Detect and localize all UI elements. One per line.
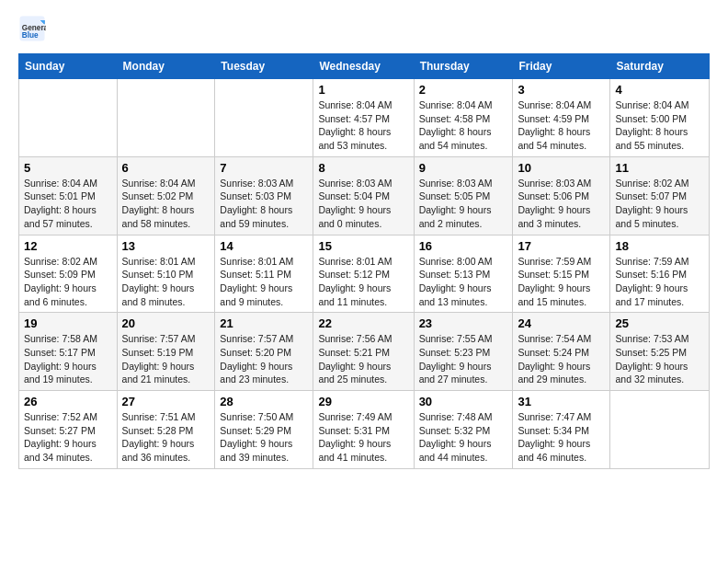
day-info: Sunrise: 7:51 AM Sunset: 5:28 PM Dayligh… (122, 410, 210, 465)
day-number: 26 (24, 395, 112, 408)
day-info: Sunrise: 7:56 AM Sunset: 5:21 PM Dayligh… (318, 332, 408, 386)
day-number: 9 (419, 161, 508, 175)
day-info: Sunrise: 8:01 AM Sunset: 5:12 PM Dayligh… (318, 255, 408, 309)
calendar-week-3: 12Sunrise: 8:02 AM Sunset: 5:09 PM Dayli… (19, 235, 710, 313)
day-number: 28 (220, 395, 308, 408)
calendar-cell (117, 79, 215, 157)
calendar-cell: 2Sunrise: 8:04 AM Sunset: 4:58 PM Daylig… (414, 79, 513, 157)
calendar-cell: 29Sunrise: 7:49 AM Sunset: 5:31 PM Dayli… (313, 391, 414, 469)
day-header-monday: Monday (117, 54, 215, 79)
day-number: 12 (24, 239, 112, 253)
page: General Blue SundayMondayTuesdayWednesda… (0, 0, 728, 484)
calendar-cell: 8Sunrise: 8:03 AM Sunset: 5:04 PM Daylig… (313, 156, 414, 235)
calendar-cell: 9Sunrise: 8:03 AM Sunset: 5:05 PM Daylig… (414, 156, 513, 235)
calendar-cell: 6Sunrise: 8:04 AM Sunset: 5:02 PM Daylig… (117, 156, 215, 235)
calendar-cell: 10Sunrise: 8:03 AM Sunset: 5:06 PM Dayli… (513, 156, 610, 235)
day-number: 16 (419, 239, 508, 253)
calendar-week-5: 26Sunrise: 7:52 AM Sunset: 5:27 PM Dayli… (19, 391, 710, 469)
calendar-cell: 18Sunrise: 7:59 AM Sunset: 5:16 PM Dayli… (610, 235, 710, 313)
day-info: Sunrise: 8:04 AM Sunset: 4:57 PM Dayligh… (318, 98, 408, 153)
day-header-thursday: Thursday (414, 54, 513, 79)
day-info: Sunrise: 7:52 AM Sunset: 5:27 PM Dayligh… (24, 410, 112, 465)
calendar-cell: 13Sunrise: 8:01 AM Sunset: 5:10 PM Dayli… (117, 235, 215, 313)
calendar-cell: 3Sunrise: 8:04 AM Sunset: 4:59 PM Daylig… (513, 79, 610, 157)
day-info: Sunrise: 7:48 AM Sunset: 5:32 PM Dayligh… (419, 410, 508, 465)
header: General Blue (18, 15, 710, 42)
day-info: Sunrise: 8:01 AM Sunset: 5:10 PM Dayligh… (122, 255, 210, 309)
calendar-cell: 27Sunrise: 7:51 AM Sunset: 5:28 PM Dayli… (117, 391, 215, 469)
calendar-week-1: 1Sunrise: 8:04 AM Sunset: 4:57 PM Daylig… (19, 79, 710, 157)
calendar-cell: 31Sunrise: 7:47 AM Sunset: 5:34 PM Dayli… (513, 391, 610, 469)
day-info: Sunrise: 8:03 AM Sunset: 5:04 PM Dayligh… (318, 177, 408, 231)
day-number: 17 (518, 239, 605, 253)
day-number: 20 (122, 316, 210, 330)
day-number: 5 (24, 161, 112, 175)
day-info: Sunrise: 7:50 AM Sunset: 5:29 PM Dayligh… (220, 410, 308, 465)
day-number: 24 (518, 316, 605, 330)
calendar-cell: 20Sunrise: 7:57 AM Sunset: 5:19 PM Dayli… (117, 313, 215, 391)
day-info: Sunrise: 7:55 AM Sunset: 5:23 PM Dayligh… (419, 332, 508, 386)
day-number: 23 (419, 316, 508, 330)
svg-text:Blue: Blue (22, 31, 39, 40)
day-number: 4 (615, 83, 704, 97)
day-number: 1 (318, 83, 408, 97)
day-info: Sunrise: 7:59 AM Sunset: 5:15 PM Dayligh… (518, 255, 605, 309)
calendar-cell: 22Sunrise: 7:56 AM Sunset: 5:21 PM Dayli… (313, 313, 414, 391)
day-number: 15 (318, 239, 408, 253)
calendar-cell (215, 79, 313, 157)
day-info: Sunrise: 7:54 AM Sunset: 5:24 PM Dayligh… (518, 332, 605, 386)
day-info: Sunrise: 7:57 AM Sunset: 5:19 PM Dayligh… (122, 332, 210, 386)
day-number: 2 (419, 83, 508, 97)
calendar-cell: 7Sunrise: 8:03 AM Sunset: 5:03 PM Daylig… (215, 156, 313, 235)
day-number: 29 (318, 395, 408, 408)
calendar-cell: 24Sunrise: 7:54 AM Sunset: 5:24 PM Dayli… (513, 313, 610, 391)
calendar-cell: 19Sunrise: 7:58 AM Sunset: 5:17 PM Dayli… (19, 313, 118, 391)
day-info: Sunrise: 8:01 AM Sunset: 5:11 PM Dayligh… (220, 255, 308, 309)
logo: General Blue (18, 15, 50, 42)
day-info: Sunrise: 8:02 AM Sunset: 5:07 PM Dayligh… (615, 177, 704, 231)
day-number: 8 (318, 161, 408, 175)
day-number: 31 (518, 395, 605, 408)
calendar-cell: 23Sunrise: 7:55 AM Sunset: 5:23 PM Dayli… (414, 313, 513, 391)
day-header-tuesday: Tuesday (215, 54, 313, 79)
calendar-week-4: 19Sunrise: 7:58 AM Sunset: 5:17 PM Dayli… (19, 313, 710, 391)
calendar-cell: 28Sunrise: 7:50 AM Sunset: 5:29 PM Dayli… (215, 391, 313, 469)
calendar-cell: 30Sunrise: 7:48 AM Sunset: 5:32 PM Dayli… (414, 391, 513, 469)
day-number: 18 (615, 239, 704, 253)
day-info: Sunrise: 7:49 AM Sunset: 5:31 PM Dayligh… (318, 410, 408, 465)
day-info: Sunrise: 8:04 AM Sunset: 5:01 PM Dayligh… (24, 177, 112, 231)
day-info: Sunrise: 8:04 AM Sunset: 5:02 PM Dayligh… (122, 177, 210, 231)
logo-icon: General Blue (18, 15, 46, 42)
day-info: Sunrise: 8:02 AM Sunset: 5:09 PM Dayligh… (24, 255, 112, 309)
day-info: Sunrise: 7:53 AM Sunset: 5:25 PM Dayligh… (615, 332, 704, 386)
day-number: 22 (318, 316, 408, 330)
calendar-cell: 25Sunrise: 7:53 AM Sunset: 5:25 PM Dayli… (610, 313, 710, 391)
calendar-cell: 5Sunrise: 8:04 AM Sunset: 5:01 PM Daylig… (19, 156, 118, 235)
calendar-header: SundayMondayTuesdayWednesdayThursdayFrid… (19, 54, 710, 79)
day-number: 11 (615, 161, 704, 175)
day-header-friday: Friday (513, 54, 610, 79)
day-info: Sunrise: 7:57 AM Sunset: 5:20 PM Dayligh… (220, 332, 308, 386)
day-number: 25 (615, 316, 704, 330)
day-header-sunday: Sunday (19, 54, 118, 79)
day-info: Sunrise: 8:04 AM Sunset: 4:59 PM Dayligh… (518, 98, 605, 153)
day-header-wednesday: Wednesday (313, 54, 414, 79)
day-info: Sunrise: 7:47 AM Sunset: 5:34 PM Dayligh… (518, 410, 605, 465)
day-number: 27 (122, 395, 210, 408)
day-info: Sunrise: 8:04 AM Sunset: 4:58 PM Dayligh… (419, 98, 508, 153)
day-number: 7 (220, 161, 308, 175)
day-number: 21 (220, 316, 308, 330)
day-header-saturday: Saturday (610, 54, 710, 79)
day-info: Sunrise: 8:03 AM Sunset: 5:06 PM Dayligh… (518, 177, 605, 231)
day-number: 10 (518, 161, 605, 175)
calendar-cell: 4Sunrise: 8:04 AM Sunset: 5:00 PM Daylig… (610, 79, 710, 157)
calendar-cell: 16Sunrise: 8:00 AM Sunset: 5:13 PM Dayli… (414, 235, 513, 313)
calendar-cell: 1Sunrise: 8:04 AM Sunset: 4:57 PM Daylig… (313, 79, 414, 157)
calendar-cell: 11Sunrise: 8:02 AM Sunset: 5:07 PM Dayli… (610, 156, 710, 235)
day-info: Sunrise: 8:00 AM Sunset: 5:13 PM Dayligh… (419, 255, 508, 309)
calendar-week-2: 5Sunrise: 8:04 AM Sunset: 5:01 PM Daylig… (19, 156, 710, 235)
calendar-cell: 26Sunrise: 7:52 AM Sunset: 5:27 PM Dayli… (19, 391, 118, 469)
day-number: 13 (122, 239, 210, 253)
calendar-cell: 14Sunrise: 8:01 AM Sunset: 5:11 PM Dayli… (215, 235, 313, 313)
day-number: 6 (122, 161, 210, 175)
